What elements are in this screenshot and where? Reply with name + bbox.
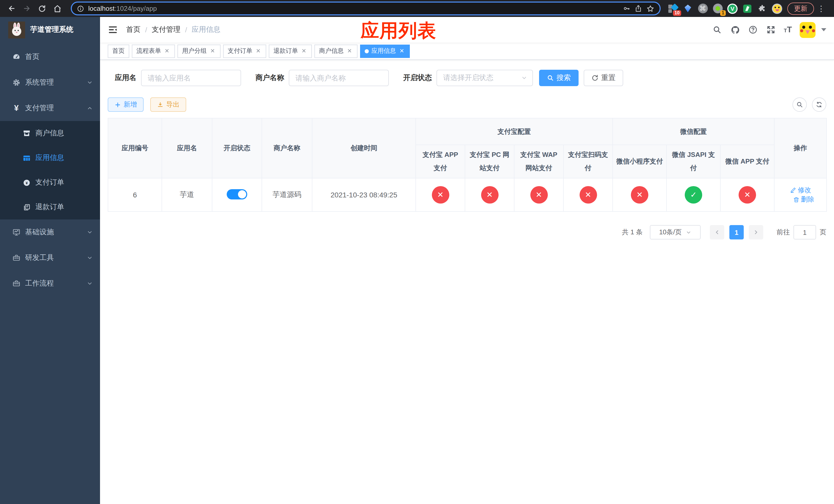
pagination: 共 1 条 10条/页 1 前往 页 <box>108 225 826 239</box>
tab-app-info[interactable]: 应用信息✕ <box>360 44 410 58</box>
cell-wechat-app <box>720 178 774 211</box>
browser-menu-icon[interactable]: ⋮ <box>817 4 825 13</box>
breadcrumb-separator: / <box>185 26 187 34</box>
sidebar-item-label: 系统管理 <box>25 78 87 87</box>
extension-recorder-icon[interactable]: 1 <box>712 3 723 14</box>
tab-refund-orders[interactable]: 退款订单✕ <box>269 44 312 58</box>
sidebar-item-home[interactable]: 首页 <box>0 44 100 70</box>
col-actions: 操作 <box>774 118 827 178</box>
user-menu-caret-icon[interactable] <box>821 28 826 31</box>
extension-emoji-icon[interactable] <box>772 3 782 14</box>
tab-close-icon[interactable]: ✕ <box>301 48 307 54</box>
col-alipay-app: 支付宝 APP 支付 <box>416 145 465 178</box>
sidebar-item-app-info[interactable]: 应用信息 <box>0 145 100 170</box>
merchant-name-input[interactable] <box>289 70 389 86</box>
help-icon[interactable] <box>748 25 758 35</box>
bookmark-star-icon[interactable] <box>646 4 655 13</box>
browser-home-icon[interactable] <box>51 2 64 15</box>
breadcrumb-home[interactable]: 首页 <box>126 25 140 35</box>
export-button[interactable]: 导出 <box>150 97 186 112</box>
browser-forward-icon[interactable] <box>21 2 33 15</box>
storefront-icon <box>23 129 31 137</box>
browser-reload-icon[interactable] <box>36 2 48 15</box>
browser-update-button[interactable]: 更新 <box>787 2 814 15</box>
password-key-icon[interactable] <box>623 5 630 12</box>
tab-close-icon[interactable]: ✕ <box>346 48 353 54</box>
site-info-icon[interactable] <box>77 5 84 12</box>
sidebar-item-refund-orders[interactable]: 退款订单 <box>0 195 100 220</box>
tab-home[interactable]: 首页 <box>108 44 129 58</box>
tab-merchant-info[interactable]: 商户信息✕ <box>314 44 357 58</box>
app-logo-row[interactable]: 芋道管理系统 <box>0 17 100 43</box>
chevron-down-icon <box>87 280 93 287</box>
sidebar-collapse-icon[interactable] <box>108 25 118 35</box>
goto-page-input[interactable] <box>793 225 816 239</box>
sidebar-item-label: 研发工具 <box>25 253 87 262</box>
tab-close-icon[interactable]: ✕ <box>255 48 262 54</box>
sidebar-item-pay-orders[interactable]: ¥ 支付订单 <box>0 170 100 195</box>
font-size-icon[interactable]: TT <box>784 25 792 35</box>
extension-command-icon[interactable]: ⌘ <box>698 3 708 14</box>
col-merchant: 商户名称 <box>262 118 312 178</box>
fullscreen-icon[interactable] <box>766 25 776 35</box>
sidebar-item-payment[interactable]: ¥ 支付管理 <box>0 95 100 121</box>
tab-close-icon[interactable]: ✕ <box>398 48 405 54</box>
payment-submenu: 商户信息 应用信息 ¥ 支付订单 <box>0 121 100 220</box>
search-button[interactable]: 搜索 <box>539 70 578 86</box>
sidebar-item-infrastructure[interactable]: 基础设施 <box>0 220 100 245</box>
next-page-icon[interactable] <box>749 225 763 239</box>
sidebar-item-merchant-info[interactable]: 商户信息 <box>0 121 100 145</box>
extensions-puzzle-icon[interactable] <box>757 3 767 14</box>
cell-actions: 修改 删除 <box>774 178 827 211</box>
page-size-select[interactable]: 10条/页 <box>650 225 701 239</box>
status-toggle[interactable] <box>227 189 247 199</box>
status-select[interactable]: 请选择开启状态 <box>437 70 533 86</box>
reset-button[interactable]: 重置 <box>584 70 623 86</box>
breadcrumb: 首页 / 支付管理 / 应用信息 <box>126 25 221 35</box>
tab-close-icon[interactable]: ✕ <box>209 48 216 54</box>
app-name-input[interactable] <box>141 70 241 86</box>
extension-vue-devtools-icon[interactable]: V <box>727 3 738 14</box>
tab-process-form[interactable]: 流程表单✕ <box>132 44 175 58</box>
extension-gem-icon[interactable] <box>683 3 693 14</box>
extension-badge: 1 <box>720 10 726 16</box>
header-search-icon[interactable] <box>712 25 722 35</box>
extension-blocks-icon[interactable]: 10 <box>668 3 678 14</box>
delete-link[interactable]: 删除 <box>793 195 814 204</box>
sidebar-item-workflow[interactable]: 工作流程 <box>0 271 100 296</box>
tab-user-group[interactable]: 用户分组✕ <box>177 44 221 58</box>
status-badge <box>481 186 498 204</box>
tab-pay-orders[interactable]: 支付订单✕ <box>223 44 266 58</box>
sidebar-item-label: 工作流程 <box>25 279 87 288</box>
prev-page-icon[interactable] <box>710 225 724 239</box>
app-header: 首页 / 支付管理 / 应用信息 <box>100 17 834 43</box>
hide-search-icon[interactable] <box>792 97 807 112</box>
url-path: :1024/pay/app <box>115 5 157 12</box>
app-title: 芋道管理系统 <box>30 25 73 35</box>
breadcrumb-section[interactable]: 支付管理 <box>152 25 180 35</box>
monitor-chart-icon <box>12 228 21 236</box>
tab-close-icon[interactable]: ✕ <box>163 48 170 54</box>
table-row: 6 芋道 芋道源码 2021-10-23 08:49:25 <box>108 178 827 211</box>
browser-address-bar[interactable]: localhost:1024/pay/app <box>71 2 661 15</box>
edit-link[interactable]: 修改 <box>790 185 811 194</box>
github-icon[interactable] <box>730 25 740 35</box>
add-button[interactable]: 新增 <box>108 97 144 112</box>
sidebar: 芋道管理系统 首页 系统管理 <box>0 17 100 504</box>
sidebar-item-system[interactable]: 系统管理 <box>0 70 100 95</box>
user-avatar[interactable] <box>799 22 815 38</box>
page-body: 应用名 商户名称 开启状态 请选择开启状态 搜索 <box>100 60 834 504</box>
goto-page: 前往 页 <box>776 225 826 239</box>
share-icon[interactable] <box>635 5 642 12</box>
col-alipay-qr: 支付宝扫码支付 <box>564 145 613 178</box>
extension-leaf-icon[interactable] <box>742 3 752 14</box>
refresh-table-icon[interactable] <box>812 97 826 112</box>
status-badge <box>579 186 597 204</box>
filter-status-label: 开启状态 <box>403 73 432 83</box>
browser-back-icon[interactable] <box>5 2 18 15</box>
url-text: localhost:1024/pay/app <box>88 5 619 12</box>
sidebar-item-dev-tools[interactable]: 研发工具 <box>0 245 100 271</box>
sidebar-item-label: 支付管理 <box>25 104 87 113</box>
filter-form: 应用名 商户名称 开启状态 请选择开启状态 搜索 <box>115 70 826 86</box>
page-number-button[interactable]: 1 <box>729 225 744 239</box>
